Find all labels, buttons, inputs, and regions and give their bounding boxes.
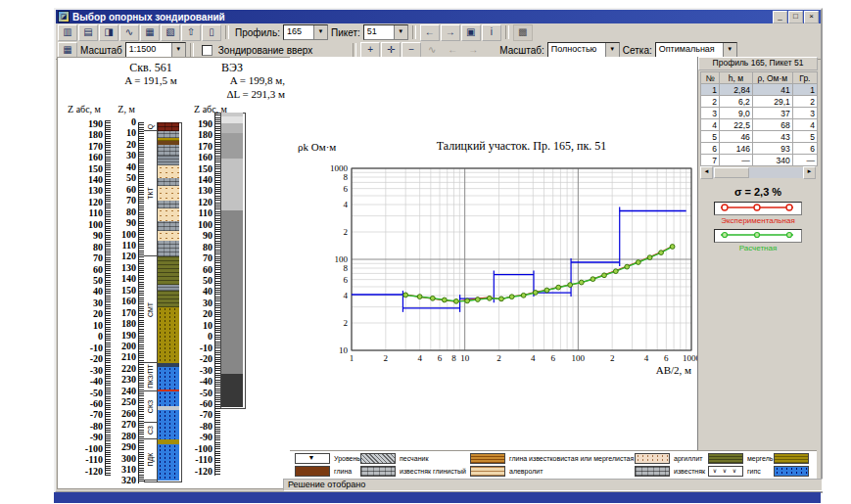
table-cell[interactable]: 4: [792, 119, 817, 131]
table-cell[interactable]: 6: [701, 143, 720, 155]
minimize-button[interactable]: _: [773, 11, 787, 23]
ruler-label: 30: [60, 298, 103, 308]
table-cell[interactable]: 2: [792, 96, 817, 108]
redo-view-button[interactable]: →: [463, 42, 483, 59]
zoom-in-button[interactable]: +: [360, 42, 380, 59]
chart-panel: Талицкий участок. Пр. 165, пк. 51 ρk Ом·…: [290, 57, 697, 450]
copy-button[interactable]: ▣: [461, 24, 481, 41]
table-cell[interactable]: 1: [792, 84, 817, 96]
table-cell[interactable]: 7: [701, 155, 720, 166]
table-row[interactable]: 7—340—: [701, 155, 818, 166]
undo-view-button[interactable]: ←: [443, 42, 462, 59]
scroll-left-icon[interactable]: ◄: [700, 166, 713, 179]
lithology-layer: [158, 165, 179, 179]
picket-select[interactable]: 51 ▼: [363, 24, 408, 40]
chevron-down-icon[interactable]: ▼: [723, 43, 736, 57]
chevron-down-icon[interactable]: ▼: [313, 25, 327, 39]
table-button[interactable]: ▦: [140, 24, 160, 41]
table-cell[interactable]: 6,2: [719, 96, 752, 108]
table-row[interactable]: 422,5684: [701, 119, 818, 131]
ruler-button[interactable]: ▯: [202, 24, 221, 41]
table-cell[interactable]: 6: [792, 143, 817, 155]
next-picket-button[interactable]: →: [441, 24, 460, 41]
separator: [190, 43, 194, 57]
maximize-button[interactable]: □: [788, 11, 803, 23]
table-cell[interactable]: 43: [752, 131, 792, 143]
pan-button[interactable]: ✛: [381, 42, 401, 59]
table-row[interactable]: 6146936: [701, 143, 818, 155]
ruler-label: 10: [60, 321, 103, 331]
chevron-down-icon[interactable]: ▼: [605, 43, 619, 57]
save-button[interactable]: ▤: [78, 24, 98, 41]
ruler-label: 20: [183, 309, 213, 319]
layers-table[interactable]: №h, мρ, Ом·мГр.12,8441126,229,1239,03734…: [700, 71, 818, 166]
profile-select[interactable]: 165 ▼: [283, 24, 328, 40]
ruler-label: -50: [60, 389, 103, 398]
title-bar[interactable]: ◪ Выбор опорных зондирований _ □ ×: [56, 10, 821, 23]
experimental-sample: [714, 202, 802, 215]
table-row[interactable]: 546435: [701, 131, 818, 143]
table-cell[interactable]: 5: [792, 131, 817, 143]
ruler-label: -100: [60, 444, 103, 454]
table-cell[interactable]: 3: [701, 108, 720, 119]
table-cell[interactable]: —: [719, 155, 752, 166]
ruler-label: 40: [183, 287, 213, 297]
up-button[interactable]: ⇧: [181, 24, 201, 41]
table-cell[interactable]: 9,0: [719, 108, 752, 119]
palette-button[interactable]: ▩: [513, 24, 533, 41]
table-cell[interactable]: 22,5: [719, 119, 752, 131]
ruler-label: 80: [183, 243, 213, 252]
table-cell[interactable]: 93: [752, 143, 792, 155]
curve-button[interactable]: ∿: [119, 24, 139, 41]
table-cell[interactable]: —: [792, 155, 817, 166]
view-scale-select[interactable]: Полностью ▼: [547, 42, 620, 58]
table-cell[interactable]: 41: [752, 84, 792, 96]
scale-icon-button[interactable]: ▦: [58, 42, 77, 59]
column-header[interactable]: ρ, Ом·м: [752, 72, 792, 84]
table-cell[interactable]: 1: [701, 84, 720, 96]
fit-button[interactable]: ∿: [422, 42, 442, 59]
ruler-label: 300: [113, 454, 136, 464]
table-cell[interactable]: 68: [752, 119, 792, 131]
column-header[interactable]: Гр.: [792, 72, 817, 84]
table-cell[interactable]: 29,1: [752, 96, 792, 108]
export-button[interactable]: ◨: [99, 24, 118, 41]
open-button[interactable]: ▥: [58, 24, 77, 41]
table-cell[interactable]: 3: [792, 108, 817, 119]
table-cell[interactable]: 5: [701, 131, 720, 143]
strat-unit: С3: [144, 423, 157, 439]
table-cell[interactable]: 4: [701, 119, 720, 131]
borehole-panel: Скв. 561 A = 191,5 м ВЭЗ A = 199,8 м, ΔL…: [57, 57, 292, 489]
table-cell[interactable]: 340: [752, 155, 792, 166]
close-button[interactable]: ×: [804, 11, 819, 23]
table-cell[interactable]: 37: [752, 108, 792, 119]
legend-label: мергель: [747, 455, 773, 462]
scrollbar-thumb[interactable]: [714, 167, 749, 178]
legend-label: глина известковистая или мергелистая: [509, 455, 634, 462]
sounding-up-checkbox[interactable]: [202, 45, 213, 56]
info-button[interactable]: i: [482, 24, 501, 41]
ves-chart[interactable]: 1246810246100246100010008642100864210: [290, 57, 697, 450]
chevron-down-icon[interactable]: ▼: [394, 25, 407, 39]
column-header[interactable]: h, м: [719, 72, 752, 84]
ruler-label: 180: [60, 130, 103, 140]
print-button[interactable]: ▧: [161, 24, 180, 41]
prev-picket-button[interactable]: ←: [420, 24, 440, 41]
table-cell[interactable]: 46: [719, 131, 752, 143]
column-header[interactable]: №: [701, 72, 720, 84]
table-cell[interactable]: 2: [701, 96, 720, 108]
table-row[interactable]: 39,0373: [701, 108, 818, 119]
ruler-label: 160: [183, 153, 213, 162]
scroll-right-icon[interactable]: ►: [803, 166, 816, 179]
scale-select[interactable]: 1:1500 ▼: [125, 42, 186, 58]
table-cell[interactable]: 146: [719, 143, 752, 155]
ruler-label: 130: [113, 263, 136, 273]
ruler-label: 120: [60, 198, 103, 207]
table-cell[interactable]: 2,84: [719, 84, 752, 96]
grid-select[interactable]: Оптимальная ▼: [655, 42, 737, 58]
table-row[interactable]: 12,84411: [701, 84, 818, 96]
zoom-out-button[interactable]: −: [402, 42, 421, 59]
table-row[interactable]: 26,229,12: [701, 96, 818, 108]
chevron-down-icon[interactable]: ▼: [171, 43, 185, 57]
table-scrollbar[interactable]: ◄ ►: [700, 167, 816, 178]
